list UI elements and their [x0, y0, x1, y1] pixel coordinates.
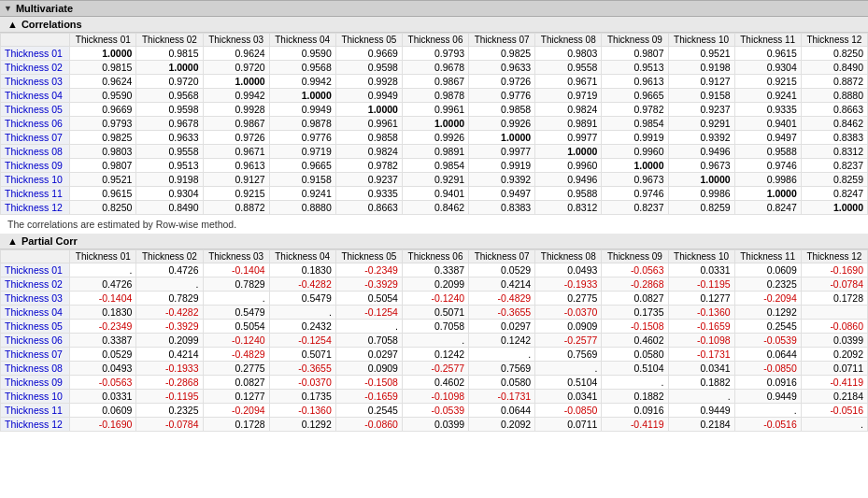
row-label[interactable]: Thickness 12 [1, 201, 70, 215]
cell-value: 0.9928 [203, 103, 269, 117]
cell-value: 0.9633 [136, 131, 203, 145]
cell-value: 0.9926 [469, 117, 535, 131]
row-label[interactable]: Thickness 07 [1, 131, 70, 145]
cell-value: 0.9878 [402, 89, 468, 103]
cell-value: -0.0516 [734, 418, 801, 432]
multivariate-arrow[interactable]: ▼ [4, 4, 12, 13]
row-label[interactable]: Thickness 04 [1, 306, 70, 320]
row-label[interactable]: Thickness 09 [1, 159, 70, 173]
row-label[interactable]: Thickness 12 [1, 418, 70, 432]
table-row: Thickness 05-0.2349-0.39290.50540.2432.0… [1, 320, 868, 334]
cell-value: 0.8237 [801, 159, 867, 173]
table-row: Thickness 12-0.1690-0.07840.17280.1292-0… [1, 418, 868, 432]
correlations-header-row: Thickness 01 Thickness 02 Thickness 03 T… [1, 34, 868, 47]
cell-value: -0.3655 [469, 306, 535, 320]
row-label[interactable]: Thickness 04 [1, 89, 70, 103]
pc-col-03: Thickness 03 [203, 250, 269, 263]
row-label[interactable]: Thickness 11 [1, 187, 70, 201]
corr-col-02: Thickness 02 [136, 34, 203, 47]
cell-value: 1.0000 [535, 145, 602, 159]
cell-value: -0.1508 [602, 320, 668, 334]
cell-value: 0.9665 [602, 89, 668, 103]
row-label[interactable]: Thickness 07 [1, 348, 70, 362]
cell-value: 0.9624 [203, 47, 269, 61]
row-label[interactable]: Thickness 03 [1, 292, 70, 306]
correlations-arrow[interactable]: ▲ [7, 19, 18, 30]
cell-value: 0.0341 [535, 390, 602, 404]
cell-value: 0.9497 [734, 131, 801, 145]
corr-col-07: Thickness 07 [469, 34, 535, 47]
cell-value: 0.9496 [668, 145, 734, 159]
cell-value: 0.9824 [335, 145, 402, 159]
cell-value: 0.0711 [801, 362, 867, 376]
table-row: Thickness 100.95210.91980.91270.91580.92… [1, 173, 868, 187]
cell-value: 0.9335 [335, 187, 402, 201]
cell-value: -0.1098 [668, 334, 734, 348]
cell-value: 0.9942 [269, 75, 335, 89]
row-label[interactable]: Thickness 09 [1, 376, 70, 390]
cell-value: 0.1728 [203, 418, 269, 432]
cell-value: 0.9867 [402, 75, 468, 89]
corr-col-12: Thickness 12 [801, 34, 867, 47]
cell-value: 0.9746 [602, 187, 668, 201]
cell-value: 0.9335 [734, 103, 801, 117]
cell-value: -0.1254 [269, 334, 335, 348]
row-label[interactable]: Thickness 01 [1, 47, 70, 61]
corr-col-03: Thickness 03 [203, 34, 269, 47]
partial-corr-arrow[interactable]: ▲ [7, 235, 18, 247]
row-label[interactable]: Thickness 05 [1, 103, 70, 117]
cell-value: 0.9858 [335, 131, 402, 145]
row-label[interactable]: Thickness 05 [1, 320, 70, 334]
table-row: Thickness 070.98250.96330.97260.97760.98… [1, 131, 868, 145]
cell-value: 0.9558 [136, 145, 203, 159]
cell-value: 0.9558 [535, 61, 602, 75]
cell-value: 0.3387 [402, 263, 468, 277]
pc-col-01: Thickness 01 [70, 250, 136, 263]
cell-value: 0.9803 [70, 145, 136, 159]
cell-value: . [203, 292, 269, 306]
cell-value: 0.9926 [402, 131, 468, 145]
row-label[interactable]: Thickness 02 [1, 277, 70, 292]
row-label[interactable]: Thickness 02 [1, 61, 70, 75]
cell-value: 0.8490 [801, 61, 867, 75]
table-row: Thickness 030.96240.97201.00000.99420.99… [1, 75, 868, 89]
cell-value: -0.1690 [70, 418, 136, 432]
row-label[interactable]: Thickness 01 [1, 263, 70, 277]
cell-value: 0.5054 [335, 292, 402, 306]
cell-value: -0.1098 [402, 390, 468, 404]
cell-value: 0.9598 [335, 61, 402, 75]
row-label[interactable]: Thickness 08 [1, 362, 70, 376]
table-row: Thickness 100.0331-0.11950.12770.1735-0.… [1, 390, 868, 404]
cell-value: 0.9678 [136, 117, 203, 131]
row-label[interactable]: Thickness 06 [1, 117, 70, 131]
cell-value: 0.9392 [469, 173, 535, 187]
row-label[interactable]: Thickness 10 [1, 173, 70, 187]
cell-value: 0.5071 [269, 348, 335, 362]
cell-value: 0.0609 [734, 263, 801, 277]
cell-value: 0.8663 [335, 201, 402, 215]
row-label[interactable]: Thickness 06 [1, 334, 70, 348]
row-label[interactable]: Thickness 08 [1, 145, 70, 159]
row-label[interactable]: Thickness 10 [1, 390, 70, 404]
pc-col-08: Thickness 08 [535, 250, 602, 263]
cell-value: -0.4829 [203, 348, 269, 362]
cell-value: 0.1292 [269, 418, 335, 432]
pc-col-12: Thickness 12 [801, 250, 867, 263]
corr-col-09: Thickness 09 [602, 34, 668, 47]
cell-value: 1.0000 [269, 89, 335, 103]
cell-value: 0.9588 [734, 145, 801, 159]
cell-value: -0.1240 [203, 334, 269, 348]
cell-value: 0.8872 [801, 75, 867, 89]
cell-value: 0.9127 [203, 173, 269, 187]
cell-value: . [469, 348, 535, 362]
table-row: Thickness 020.98151.00000.97200.95680.95… [1, 61, 868, 75]
cell-value: 0.9825 [70, 131, 136, 145]
cell-value: 0.9726 [203, 131, 269, 145]
cell-value: 0.2184 [801, 390, 867, 404]
cell-value: 0.0580 [469, 376, 535, 390]
cell-value: 0.9878 [269, 117, 335, 131]
row-label[interactable]: Thickness 11 [1, 404, 70, 418]
cell-value: 0.9598 [136, 103, 203, 117]
pc-col-05: Thickness 05 [335, 250, 402, 263]
row-label[interactable]: Thickness 03 [1, 75, 70, 89]
